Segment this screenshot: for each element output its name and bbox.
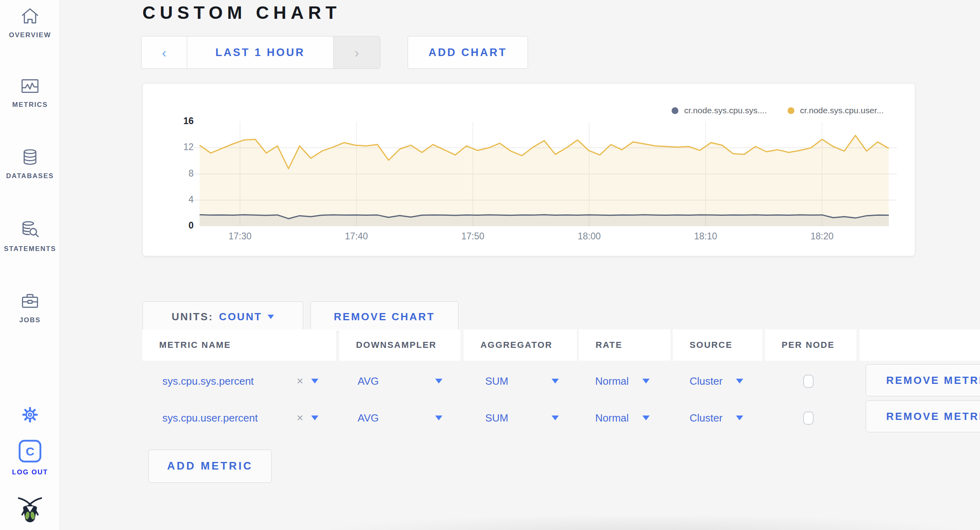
caret-down-icon <box>736 416 743 420</box>
sidebar-item-statements[interactable]: STATEMENTS <box>0 219 60 253</box>
x-axis-tick: 17:50 <box>445 231 501 242</box>
x-axis-tick: 17:30 <box>212 231 268 242</box>
caret-down-icon <box>642 416 650 420</box>
column-header-per-node: PER NODE <box>765 329 856 361</box>
cockroach-c-app-icon: C <box>0 439 60 464</box>
y-axis-tick: 12 <box>159 142 194 153</box>
aggregator-value: SUM <box>485 412 508 424</box>
per-node-checkbox[interactable] <box>803 412 814 425</box>
scroll-shadow <box>308 512 980 530</box>
downsampler-select[interactable]: AVG <box>339 402 460 434</box>
time-range-prev-button[interactable]: ‹ <box>142 36 187 68</box>
caret-down-icon <box>552 416 559 420</box>
briefcase-icon <box>0 291 60 311</box>
database-search-icon <box>0 219 60 240</box>
downsampler-value: AVG <box>358 375 379 387</box>
caret-down-icon[interactable] <box>311 379 318 383</box>
legend-item-user[interactable]: cr.node.sys.cpu.user... <box>788 106 884 115</box>
clear-icon[interactable]: × <box>297 375 303 387</box>
units-label: UNITS: <box>172 311 214 323</box>
cockroach-bug-icon <box>0 496 60 526</box>
sidebar-item-label: STATEMENTS <box>0 245 60 253</box>
caret-down-icon <box>435 416 442 420</box>
metric-name-value: sys.cpu.sys.percent <box>162 375 254 387</box>
source-value: Cluster <box>690 412 722 424</box>
legend-item-sys[interactable]: cr.node.sys.cpu.sys.... <box>672 106 767 115</box>
legend-dot-icon <box>788 107 794 114</box>
column-header-rate: RATE <box>579 329 670 361</box>
metric-name-select[interactable]: sys.cpu.sys.percent × <box>142 365 336 397</box>
y-axis-tick: 16 <box>159 116 194 126</box>
database-icon <box>0 147 60 167</box>
aggregator-select[interactable]: SUM <box>464 365 577 397</box>
logout-label: LOG OUT <box>0 468 60 476</box>
x-axis-tick: 18:00 <box>561 231 617 242</box>
y-axis-tick: 4 <box>159 194 194 205</box>
rate-value: Normal <box>595 375 629 387</box>
x-axis-tick: 18:20 <box>794 231 850 242</box>
x-axis-tick: 18:10 <box>678 231 734 242</box>
home-icon <box>0 6 60 26</box>
sidebar-item-label: OVERVIEW <box>0 31 60 39</box>
rate-value: Normal <box>595 412 629 424</box>
per-node-cell <box>765 365 856 397</box>
units-value: COUNT <box>219 311 262 323</box>
caret-down-icon <box>736 379 743 383</box>
remove-chart-button[interactable]: REMOVE CHART <box>310 301 458 332</box>
source-select[interactable]: Cluster <box>673 402 762 434</box>
downsampler-value: AVG <box>358 412 379 424</box>
column-header-source: SOURCE <box>673 329 762 361</box>
rate-select[interactable]: Normal <box>579 365 670 397</box>
units-dropdown[interactable]: UNITS: COUNT <box>142 301 303 332</box>
sidebar-item-overview[interactable]: OVERVIEW <box>0 6 60 39</box>
logo-letter: C <box>26 445 34 458</box>
settings-button[interactable] <box>0 405 60 424</box>
main-content: CUSTOM CHART ‹ LAST 1 HOUR › ADD CHART c… <box>60 0 980 530</box>
chart-legend: cr.node.sys.cpu.sys.... cr.node.sys.cpu.… <box>672 106 884 115</box>
downsampler-select[interactable]: AVG <box>339 365 460 397</box>
y-axis-tick: 0 <box>159 220 194 231</box>
legend-label: cr.node.sys.cpu.sys.... <box>684 106 767 115</box>
x-axis-tick: 17:40 <box>328 231 384 242</box>
sidebar-item-jobs[interactable]: JOBS <box>0 291 60 324</box>
caret-down-icon <box>435 379 442 383</box>
source-select[interactable]: Cluster <box>673 365 762 397</box>
metric-name-select[interactable]: sys.cpu.user.percent × <box>142 402 336 434</box>
chevron-left-icon: ‹ <box>162 45 166 60</box>
sidebar: OVERVIEW METRICS DATABASES <box>0 0 60 530</box>
sidebar-item-metrics[interactable]: METRICS <box>0 76 60 109</box>
time-range-next-button[interactable]: › <box>333 36 380 68</box>
per-node-cell <box>765 402 856 434</box>
sidebar-item-databases[interactable]: DATABASES <box>0 147 60 180</box>
caret-down-icon <box>268 315 274 319</box>
column-header-aggregator: AGGREGATOR <box>464 329 577 361</box>
remove-metric-button[interactable]: REMOVE METRIC <box>866 400 980 432</box>
aggregator-value: SUM <box>485 375 508 387</box>
sidebar-item-label: JOBS <box>0 316 60 324</box>
per-node-checkbox[interactable] <box>803 375 814 388</box>
caret-down-icon <box>642 379 650 383</box>
time-range-selector: ‹ LAST 1 HOUR › <box>141 36 380 69</box>
rate-select[interactable]: Normal <box>579 402 670 434</box>
logout-button[interactable]: C LOG OUT <box>0 439 60 476</box>
column-header-downsampler: DOWNSAMPLER <box>339 329 460 361</box>
timeseries-chart <box>193 118 897 231</box>
sidebar-item-label: METRICS <box>0 101 60 109</box>
time-range-label[interactable]: LAST 1 HOUR <box>187 36 333 68</box>
sidebar-item-label: DATABASES <box>0 172 60 180</box>
column-header-actions <box>860 329 980 361</box>
caret-down-icon[interactable] <box>311 416 318 420</box>
add-metric-button[interactable]: ADD METRIC <box>148 450 272 483</box>
metrics-chart-icon <box>0 76 60 96</box>
caret-down-icon <box>552 379 559 383</box>
y-axis-tick: 8 <box>159 168 194 179</box>
add-chart-button[interactable]: ADD CHART <box>408 36 528 69</box>
aggregator-select[interactable]: SUM <box>464 402 577 434</box>
column-header-metric-name: METRIC NAME <box>142 329 336 361</box>
metric-name-value: sys.cpu.user.percent <box>162 412 258 424</box>
chevron-right-icon: › <box>354 45 359 60</box>
remove-metric-button[interactable]: REMOVE METRIC <box>866 364 980 396</box>
cockroachdb-brand-logo[interactable] <box>0 496 60 526</box>
clear-icon[interactable]: × <box>297 412 303 424</box>
legend-label: cr.node.sys.cpu.user... <box>800 106 884 115</box>
